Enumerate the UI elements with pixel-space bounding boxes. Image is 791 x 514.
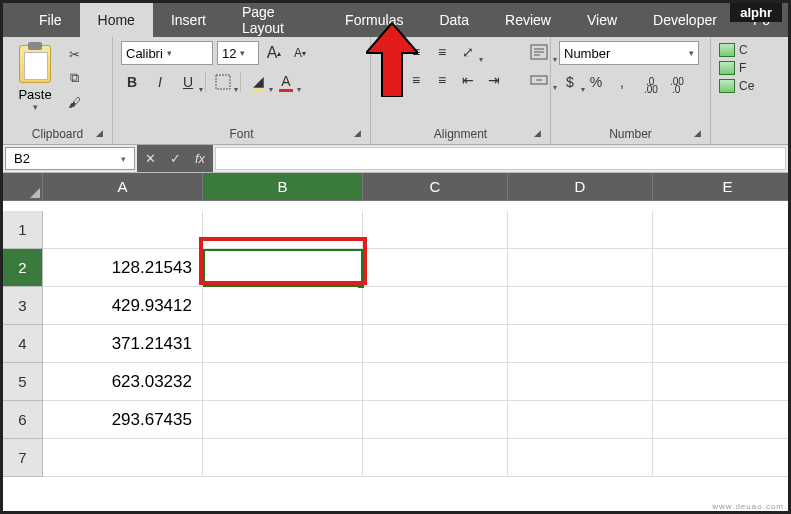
align-center-button[interactable]: ≡ — [405, 69, 427, 91]
cell-d2[interactable] — [508, 249, 653, 287]
cell-a6[interactable]: 293.67435 — [43, 401, 203, 439]
cell-a2[interactable]: 128.21543 — [43, 249, 203, 287]
alignment-dialog-launcher[interactable]: ◢ — [534, 128, 546, 140]
row-header-6[interactable]: 6 — [3, 401, 43, 439]
tab-developer[interactable]: Developer — [635, 3, 735, 37]
cell-d4[interactable] — [508, 325, 653, 363]
bold-button[interactable]: B — [121, 71, 143, 93]
cell-e7[interactable] — [653, 439, 791, 477]
font-dialog-launcher[interactable]: ◢ — [354, 128, 366, 140]
cells-delete-button[interactable]: F — [719, 61, 780, 75]
font-size-combo[interactable]: 12▾ — [217, 41, 259, 65]
merge-button[interactable] — [525, 69, 553, 91]
col-header-b[interactable]: B — [203, 173, 363, 201]
cell-a3[interactable]: 429.93412 — [43, 287, 203, 325]
cell-b3[interactable] — [203, 287, 363, 325]
increase-decimal-button[interactable]: .0.00 — [637, 71, 659, 93]
cell-e4[interactable] — [653, 325, 791, 363]
tab-formulas[interactable]: Formulas — [327, 3, 421, 37]
accounting-format-button[interactable]: $ — [559, 71, 581, 93]
cell-c2[interactable] — [363, 249, 508, 287]
comma-button[interactable]: , — [611, 71, 633, 93]
font-color-button[interactable]: A — [275, 71, 297, 93]
row-header-2[interactable]: 2 — [3, 249, 43, 287]
row-header-5[interactable]: 5 — [3, 363, 43, 401]
cell-c1[interactable] — [363, 211, 508, 249]
tab-view[interactable]: View — [569, 3, 635, 37]
cell-a5[interactable]: 623.03232 — [43, 363, 203, 401]
align-bottom-button[interactable]: ≡ — [431, 41, 453, 63]
cell-a7[interactable] — [43, 439, 203, 477]
shrink-font-button[interactable]: A▾ — [289, 42, 311, 64]
font-name-combo[interactable]: Calibri▾ — [121, 41, 213, 65]
select-all-corner[interactable] — [3, 173, 43, 201]
format-painter-icon[interactable]: 🖌 — [65, 93, 83, 111]
cell-e1[interactable] — [653, 211, 791, 249]
cell-d6[interactable] — [508, 401, 653, 439]
wrap-text-button[interactable] — [525, 41, 553, 63]
tab-home[interactable]: Home — [80, 3, 153, 37]
cell-b6[interactable] — [203, 401, 363, 439]
row-header-3[interactable]: 3 — [3, 287, 43, 325]
orientation-button[interactable]: ⤢ — [457, 41, 479, 63]
cell-d5[interactable] — [508, 363, 653, 401]
italic-button[interactable]: I — [149, 71, 171, 93]
tab-review[interactable]: Review — [487, 3, 569, 37]
cell-a1[interactable] — [43, 211, 203, 249]
cell-e5[interactable] — [653, 363, 791, 401]
percent-button[interactable]: % — [585, 71, 607, 93]
tab-data[interactable]: Data — [421, 3, 487, 37]
align-top-button[interactable]: ≡ — [379, 41, 401, 63]
insert-function-button[interactable]: fx — [195, 151, 205, 166]
tab-page-layout[interactable]: Page Layout — [224, 3, 327, 37]
paste-button[interactable]: Paste ▾ — [11, 41, 59, 112]
cell-b4[interactable] — [203, 325, 363, 363]
align-left-button[interactable]: ≡ — [379, 69, 401, 91]
name-box[interactable]: B2▾ — [5, 147, 135, 170]
col-header-d[interactable]: D — [508, 173, 653, 201]
cell-d3[interactable] — [508, 287, 653, 325]
col-header-c[interactable]: C — [363, 173, 508, 201]
cell-a4[interactable]: 371.21431 — [43, 325, 203, 363]
row-header-1[interactable]: 1 — [3, 211, 43, 249]
decrease-decimal-button[interactable]: .00.0 — [663, 71, 685, 93]
cell-c5[interactable] — [363, 363, 508, 401]
col-header-e[interactable]: E — [653, 173, 791, 201]
row-header-7[interactable]: 7 — [3, 439, 43, 477]
cell-e3[interactable] — [653, 287, 791, 325]
formula-input[interactable] — [215, 147, 786, 170]
cell-b7[interactable] — [203, 439, 363, 477]
cell-c3[interactable] — [363, 287, 508, 325]
cell-b5[interactable] — [203, 363, 363, 401]
underline-button[interactable]: U — [177, 71, 199, 93]
decrease-indent-button[interactable]: ⇤ — [457, 69, 479, 91]
cell-e6[interactable] — [653, 401, 791, 439]
cell-e2[interactable] — [653, 249, 791, 287]
clipboard-dialog-launcher[interactable]: ◢ — [96, 128, 108, 140]
cancel-formula-button[interactable]: ✕ — [145, 151, 156, 166]
cell-c7[interactable] — [363, 439, 508, 477]
col-header-a[interactable]: A — [43, 173, 203, 201]
cell-c4[interactable] — [363, 325, 508, 363]
grow-font-button[interactable]: A▴ — [263, 42, 285, 64]
cell-c6[interactable] — [363, 401, 508, 439]
align-right-button[interactable]: ≡ — [431, 69, 453, 91]
cells-insert-button[interactable]: C — [719, 43, 780, 57]
number-format-combo[interactable]: Number▾ — [559, 41, 699, 65]
cut-icon[interactable]: ✂ — [65, 45, 83, 63]
number-dialog-launcher[interactable]: ◢ — [694, 128, 706, 140]
increase-indent-button[interactable]: ⇥ — [483, 69, 505, 91]
align-middle-button[interactable]: ≡ — [405, 41, 427, 63]
cells-format-button[interactable]: Ce — [719, 79, 780, 93]
fill-color-button[interactable]: ◢ — [247, 71, 269, 93]
borders-button[interactable] — [212, 71, 234, 93]
tab-insert[interactable]: Insert — [153, 3, 224, 37]
copy-icon[interactable]: ⧉ — [65, 69, 83, 87]
tab-file[interactable]: File — [21, 3, 80, 37]
cell-b2[interactable] — [203, 249, 363, 287]
cell-d1[interactable] — [508, 211, 653, 249]
accept-formula-button[interactable]: ✓ — [170, 151, 181, 166]
row-header-4[interactable]: 4 — [3, 325, 43, 363]
cell-b1[interactable] — [203, 211, 363, 249]
cell-d7[interactable] — [508, 439, 653, 477]
